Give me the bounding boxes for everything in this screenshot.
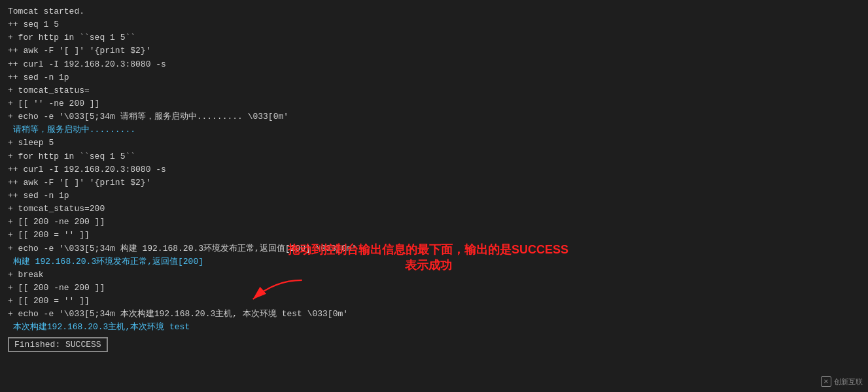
terminal-line: + tomcat_status=200 (8, 203, 860, 216)
terminal-line: + echo -e '\033[5;34m 本次构建192.168.20.3主机… (8, 308, 860, 321)
terminal-line: 本次构建192.168.20.3主机,本次环境 test (8, 321, 860, 334)
watermark-icon: ✕ (821, 376, 831, 387)
terminal-line: + [[ 200 -ne 200 ]] (8, 282, 860, 295)
terminal-line: + echo -e '\033[5;34m 构建 192.168.20.3环境发… (8, 242, 860, 255)
finished-success-box: Finished: SUCCESS (8, 337, 108, 352)
terminal-line: 请稍等，服务启动中......... (8, 123, 860, 137)
terminal-line: ++ sed -n 1p (8, 189, 860, 203)
terminal-line: + [[ 200 = '' ]] (8, 295, 860, 308)
terminal-line: ++ sed -n 1p (8, 71, 860, 84)
terminal-line: ++ curl -I 192.168.20.3:8080 -s (8, 58, 860, 71)
terminal-output: Tomcat started.++ seq 1 5+ for http in `… (8, 5, 860, 352)
terminal-line: Tomcat started. (8, 5, 860, 18)
terminal-line: ++ curl -I 192.168.20.3:8080 -s (8, 163, 860, 176)
terminal-line: + for http in ``seq 1 5`` (8, 31, 860, 44)
terminal-container: Tomcat started.++ seq 1 5+ for http in `… (0, 0, 868, 392)
watermark-text: 创新互联 (834, 377, 863, 387)
watermark: ✕ 创新互联 (821, 376, 863, 387)
terminal-line: + [[ 200 = '' ]] (8, 229, 860, 242)
terminal-line: + break (8, 269, 860, 282)
terminal-line: + echo -e '\033[5;34m 请稍等，服务启动中.........… (8, 110, 860, 123)
terminal-line: ++ awk -F '[ ]' '{print $2}' (8, 44, 860, 57)
terminal-line: ++ seq 1 5 (8, 18, 860, 31)
terminal-line: + [[ '' -ne 200 ]] (8, 97, 860, 110)
terminal-line: + for http in ``seq 1 5`` (8, 150, 860, 163)
terminal-line: ++ awk -F '[ ]' '{print $2}' (8, 176, 860, 189)
terminal-line: 构建 192.168.20.3环境发布正常,返回值[200] (8, 255, 860, 269)
terminal-line: + [[ 200 -ne 200 ]] (8, 216, 860, 229)
terminal-line: + tomcat_status= (8, 84, 860, 97)
terminal-line: + sleep 5 (8, 137, 860, 150)
